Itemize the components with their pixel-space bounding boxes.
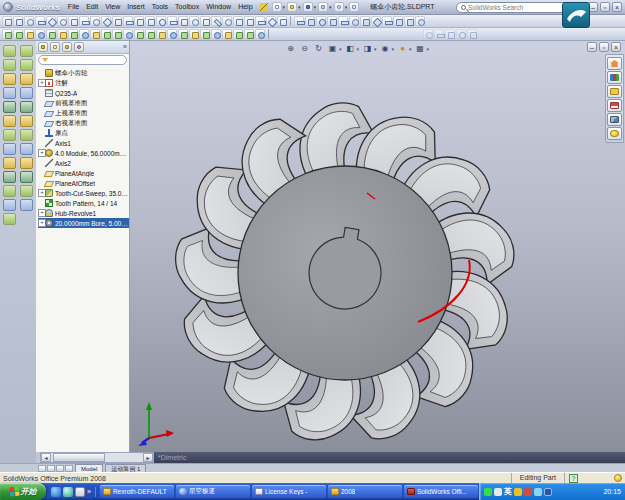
side-tool-icon[interactable] — [3, 171, 16, 183]
standard-view-icon[interactable] — [371, 16, 381, 26]
tab-scroll-button[interactable] — [56, 465, 64, 472]
standard-view-icon[interactable] — [294, 16, 304, 26]
menu-help[interactable]: Help — [235, 0, 255, 14]
feature-tool-icon[interactable] — [222, 29, 232, 39]
tab-scroll-button[interactable] — [47, 465, 55, 472]
restore-button[interactable]: ▫ — [600, 2, 610, 12]
sketch-tool-icon[interactable] — [134, 16, 144, 26]
tree-root[interactable]: 螺伞小齿轮 — [38, 68, 129, 78]
feature-tool-icon[interactable] — [167, 29, 177, 39]
side-tool-icon[interactable] — [3, 199, 16, 211]
doc-restore-button[interactable]: ▫ — [599, 42, 609, 52]
file-explorer-icon[interactable] — [607, 85, 622, 98]
sketch-tool-icon[interactable] — [189, 16, 199, 26]
feature-tool-icon[interactable] — [145, 29, 155, 39]
feature-tool-icon[interactable] — [79, 29, 89, 39]
feature-tool-icon[interactable] — [112, 29, 122, 39]
side-tool-icon[interactable] — [20, 59, 33, 71]
feature-tool-icon[interactable] — [244, 29, 254, 39]
doc-minimize-button[interactable]: – — [587, 42, 597, 52]
tree-item-front-plane[interactable]: 前视基准面 — [38, 98, 129, 108]
tree-item-origin[interactable]: 原点 — [38, 128, 129, 138]
sketch-tool-icon[interactable] — [266, 16, 276, 26]
sketch-tool-icon[interactable] — [79, 16, 89, 26]
save-icon[interactable] — [303, 2, 313, 12]
side-tool-icon[interactable] — [3, 45, 16, 57]
close-button[interactable]: × — [612, 2, 622, 12]
pencil-icon[interactable] — [260, 3, 268, 11]
tree-item-top-plane[interactable]: 上视基准面 — [38, 108, 129, 118]
tray-icon[interactable] — [514, 488, 522, 496]
ime-language-indicator[interactable]: 英 — [504, 487, 512, 497]
tree-item-module[interactable]: 4.0 Module, 56.0000mm F... — [38, 148, 129, 158]
tray-icon[interactable] — [524, 488, 532, 496]
tray-app-icon[interactable] — [494, 488, 502, 496]
zoom-area-icon[interactable]: ⊖ — [299, 43, 310, 54]
dimxpert-tab-icon[interactable] — [74, 42, 84, 52]
side-tool-icon[interactable] — [20, 199, 33, 211]
panel-overflow-icon[interactable]: » — [123, 42, 127, 52]
graphics-viewport[interactable]: ⊕ ⊖ ↻ ▣▾ ◧▾ ◨▾ ◉▾ ●▾ ▦▾ – ▫ × — [130, 41, 625, 452]
tree-item-right-plane[interactable]: 右视基准面 — [38, 118, 129, 128]
tray-volume-icon[interactable] — [534, 488, 542, 496]
side-tool-icon[interactable] — [3, 59, 16, 71]
zoom-fit-icon[interactable]: ⊕ — [285, 43, 296, 54]
tree-item-tooth-pattern[interactable]: Tooth Pattern, 14 / 14 — [38, 198, 129, 208]
tree-item-annotations[interactable]: 注解 — [38, 78, 129, 88]
menu-tools[interactable]: Tools — [149, 0, 171, 14]
side-tool-icon[interactable] — [3, 73, 16, 85]
feature-tool-icon[interactable] — [46, 29, 56, 39]
new-document-icon[interactable] — [272, 2, 282, 12]
taskbar-button-rexroth[interactable]: Rexroth-DEFAULT — [100, 485, 174, 498]
feature-tool-icon[interactable] — [123, 29, 133, 39]
sketch-tool-icon[interactable] — [233, 16, 243, 26]
taskbar-button-2008[interactable]: 2008 — [328, 485, 402, 498]
feature-tool-icon[interactable] — [35, 29, 45, 39]
tree-item-axis2[interactable]: Axis2 — [38, 158, 129, 168]
side-tool-icon[interactable] — [3, 213, 16, 225]
taskbar-button-xingkong[interactable]: 星空极速 — [176, 485, 250, 498]
open-icon[interactable] — [287, 2, 297, 12]
menu-toolbox[interactable]: Toolbox — [172, 0, 202, 14]
feature-tool-icon[interactable] — [211, 29, 221, 39]
menu-edit[interactable]: Edit — [83, 0, 101, 14]
tab-motion-study[interactable]: 运动算例 1 — [105, 464, 146, 472]
sketch-tool-icon[interactable] — [90, 16, 100, 26]
tree-filter-input[interactable] — [38, 55, 127, 65]
section-view-icon[interactable]: ◨ — [362, 43, 373, 54]
media-player-icon[interactable] — [63, 487, 73, 497]
doc-close-button[interactable]: × — [611, 42, 621, 52]
side-tool-icon[interactable] — [3, 87, 16, 99]
side-tool-icon[interactable] — [3, 101, 16, 113]
print-icon[interactable] — [318, 2, 328, 12]
scene-icon[interactable]: ▦ — [415, 43, 426, 54]
side-tool-icon[interactable] — [3, 185, 16, 197]
tray-antivirus-icon[interactable] — [484, 488, 492, 496]
standard-view-icon[interactable] — [305, 16, 315, 26]
menu-insert[interactable]: Insert — [124, 0, 148, 14]
sketch-tool-icon[interactable] — [112, 16, 122, 26]
side-tool-icon[interactable] — [20, 185, 33, 197]
taskbar-button-license-keys[interactable]: License Keys - — [252, 485, 326, 498]
configurationmanager-tab-icon[interactable] — [62, 42, 72, 52]
tab-model[interactable]: Model — [75, 464, 103, 472]
sketch-tool-icon[interactable] — [35, 16, 45, 26]
sketch-tool-icon[interactable] — [244, 16, 254, 26]
side-tool-icon[interactable] — [20, 129, 33, 141]
sketch-tool-icon[interactable] — [255, 16, 265, 26]
sketch-tool-icon[interactable] — [211, 16, 221, 26]
side-tool-icon[interactable] — [3, 115, 16, 127]
standard-view-icon[interactable] — [382, 16, 392, 26]
standard-view-icon[interactable] — [327, 16, 337, 26]
scroll-left-icon[interactable]: ◂ — [41, 453, 51, 462]
side-tool-icon[interactable] — [20, 73, 33, 85]
featuremanager-tab-icon[interactable] — [38, 42, 48, 52]
feature-tool-icon[interactable] — [68, 29, 78, 39]
feature-tool-icon[interactable] — [178, 29, 188, 39]
menu-view[interactable]: View — [102, 0, 123, 14]
tray-network-icon[interactable] — [544, 488, 552, 496]
sketch-tool-icon[interactable] — [2, 16, 12, 26]
sketch-tool-icon[interactable] — [101, 16, 111, 26]
feature-tool-icon[interactable] — [57, 29, 67, 39]
appearance-icon[interactable]: ● — [397, 43, 408, 54]
